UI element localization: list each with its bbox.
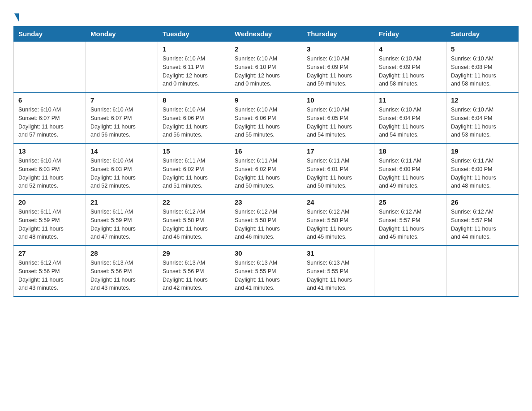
calendar-cell: 15Sunrise: 6:11 AMSunset: 6:02 PMDayligh… <box>158 143 230 194</box>
calendar-week-row: 6Sunrise: 6:10 AMSunset: 6:07 PMDaylight… <box>14 92 519 143</box>
day-info: Sunrise: 6:11 AMSunset: 5:59 PMDaylight:… <box>18 208 81 241</box>
calendar-cell <box>374 245 446 296</box>
calendar-cell: 29Sunrise: 6:13 AMSunset: 5:56 PMDayligh… <box>158 245 230 296</box>
day-number: 30 <box>235 249 297 257</box>
day-number: 14 <box>90 147 153 155</box>
header-sunday: Sunday <box>14 26 86 42</box>
day-info: Sunrise: 6:10 AMSunset: 6:04 PMDaylight:… <box>451 106 514 139</box>
day-info: Sunrise: 6:10 AMSunset: 6:06 PMDaylight:… <box>235 106 297 139</box>
day-info: Sunrise: 6:12 AMSunset: 5:58 PMDaylight:… <box>307 208 369 241</box>
calendar-table: Sunday Monday Tuesday Wednesday Thursday… <box>13 26 519 297</box>
calendar-cell: 22Sunrise: 6:12 AMSunset: 5:58 PMDayligh… <box>158 194 230 245</box>
calendar-cell: 19Sunrise: 6:11 AMSunset: 6:00 PMDayligh… <box>446 143 519 194</box>
day-info: Sunrise: 6:10 AMSunset: 6:10 PMDaylight:… <box>235 55 297 88</box>
header-friday: Friday <box>374 26 446 42</box>
day-number: 15 <box>163 147 225 155</box>
day-number: 17 <box>307 147 369 155</box>
header-wednesday: Wednesday <box>230 26 302 42</box>
day-info: Sunrise: 6:10 AMSunset: 6:09 PMDaylight:… <box>379 55 442 88</box>
page-header <box>13 9 519 21</box>
calendar-cell: 12Sunrise: 6:10 AMSunset: 6:04 PMDayligh… <box>446 92 519 143</box>
day-info: Sunrise: 6:12 AMSunset: 5:57 PMDaylight:… <box>451 208 514 241</box>
day-info: Sunrise: 6:10 AMSunset: 6:07 PMDaylight:… <box>90 106 153 139</box>
day-info: Sunrise: 6:11 AMSunset: 6:00 PMDaylight:… <box>379 157 442 190</box>
calendar-cell: 24Sunrise: 6:12 AMSunset: 5:58 PMDayligh… <box>302 194 374 245</box>
calendar-cell: 13Sunrise: 6:10 AMSunset: 6:03 PMDayligh… <box>14 143 86 194</box>
day-info: Sunrise: 6:13 AMSunset: 5:56 PMDaylight:… <box>90 259 153 292</box>
day-number: 7 <box>90 96 153 104</box>
logo-triangle-icon <box>14 13 19 21</box>
day-number: 23 <box>235 198 297 206</box>
calendar-cell: 3Sunrise: 6:10 AMSunset: 6:09 PMDaylight… <box>302 42 374 93</box>
day-info: Sunrise: 6:10 AMSunset: 6:09 PMDaylight:… <box>307 55 369 88</box>
calendar-week-row: 13Sunrise: 6:10 AMSunset: 6:03 PMDayligh… <box>14 143 519 194</box>
calendar-cell <box>14 42 86 93</box>
day-number: 6 <box>18 96 81 104</box>
day-info: Sunrise: 6:12 AMSunset: 5:57 PMDaylight:… <box>379 208 442 241</box>
calendar-cell: 16Sunrise: 6:11 AMSunset: 6:02 PMDayligh… <box>230 143 302 194</box>
day-info: Sunrise: 6:10 AMSunset: 6:05 PMDaylight:… <box>307 106 369 139</box>
day-number: 9 <box>235 96 297 104</box>
calendar-cell: 18Sunrise: 6:11 AMSunset: 6:00 PMDayligh… <box>374 143 446 194</box>
day-number: 25 <box>379 198 442 206</box>
calendar-cell: 21Sunrise: 6:11 AMSunset: 5:59 PMDayligh… <box>86 194 158 245</box>
day-number: 20 <box>18 198 81 206</box>
day-info: Sunrise: 6:11 AMSunset: 6:02 PMDaylight:… <box>163 157 225 190</box>
calendar-cell <box>446 245 519 296</box>
day-number: 18 <box>379 147 442 155</box>
calendar-header-row: Sunday Monday Tuesday Wednesday Thursday… <box>14 26 519 42</box>
day-number: 22 <box>163 198 225 206</box>
day-number: 21 <box>90 198 153 206</box>
day-info: Sunrise: 6:10 AMSunset: 6:07 PMDaylight:… <box>18 106 81 139</box>
day-info: Sunrise: 6:12 AMSunset: 5:58 PMDaylight:… <box>235 208 297 241</box>
header-saturday: Saturday <box>446 26 519 42</box>
day-info: Sunrise: 6:13 AMSunset: 5:55 PMDaylight:… <box>235 259 297 292</box>
calendar-cell: 9Sunrise: 6:10 AMSunset: 6:06 PMDaylight… <box>230 92 302 143</box>
calendar-cell: 6Sunrise: 6:10 AMSunset: 6:07 PMDaylight… <box>14 92 86 143</box>
day-info: Sunrise: 6:11 AMSunset: 6:01 PMDaylight:… <box>307 157 369 190</box>
day-number: 16 <box>235 147 297 155</box>
day-number: 31 <box>307 249 369 257</box>
day-info: Sunrise: 6:13 AMSunset: 5:55 PMDaylight:… <box>307 259 369 292</box>
calendar-cell: 25Sunrise: 6:12 AMSunset: 5:57 PMDayligh… <box>374 194 446 245</box>
day-number: 12 <box>451 96 514 104</box>
day-number: 10 <box>307 96 369 104</box>
calendar-cell <box>86 42 158 93</box>
calendar-cell: 8Sunrise: 6:10 AMSunset: 6:06 PMDaylight… <box>158 92 230 143</box>
calendar-cell: 28Sunrise: 6:13 AMSunset: 5:56 PMDayligh… <box>86 245 158 296</box>
calendar-cell: 2Sunrise: 6:10 AMSunset: 6:10 PMDaylight… <box>230 42 302 93</box>
calendar-cell: 17Sunrise: 6:11 AMSunset: 6:01 PMDayligh… <box>302 143 374 194</box>
day-info: Sunrise: 6:12 AMSunset: 5:58 PMDaylight:… <box>163 208 225 241</box>
calendar-week-row: 27Sunrise: 6:12 AMSunset: 5:56 PMDayligh… <box>14 245 519 296</box>
day-number: 2 <box>235 45 297 53</box>
calendar-week-row: 1Sunrise: 6:10 AMSunset: 6:11 PMDaylight… <box>14 42 519 93</box>
day-number: 27 <box>18 249 81 257</box>
calendar-cell: 20Sunrise: 6:11 AMSunset: 5:59 PMDayligh… <box>14 194 86 245</box>
header-monday: Monday <box>86 26 158 42</box>
day-number: 4 <box>379 45 442 53</box>
calendar-cell: 26Sunrise: 6:12 AMSunset: 5:57 PMDayligh… <box>446 194 519 245</box>
day-info: Sunrise: 6:12 AMSunset: 5:56 PMDaylight:… <box>18 259 81 292</box>
day-info: Sunrise: 6:11 AMSunset: 6:00 PMDaylight:… <box>451 157 514 190</box>
day-number: 28 <box>90 249 153 257</box>
day-number: 19 <box>451 147 514 155</box>
calendar-cell: 10Sunrise: 6:10 AMSunset: 6:05 PMDayligh… <box>302 92 374 143</box>
header-thursday: Thursday <box>302 26 374 42</box>
day-number: 8 <box>163 96 225 104</box>
day-number: 29 <box>163 249 225 257</box>
calendar-week-row: 20Sunrise: 6:11 AMSunset: 5:59 PMDayligh… <box>14 194 519 245</box>
calendar-cell: 23Sunrise: 6:12 AMSunset: 5:58 PMDayligh… <box>230 194 302 245</box>
calendar-cell: 11Sunrise: 6:10 AMSunset: 6:04 PMDayligh… <box>374 92 446 143</box>
day-number: 1 <box>163 45 225 53</box>
calendar-cell: 31Sunrise: 6:13 AMSunset: 5:55 PMDayligh… <box>302 245 374 296</box>
calendar-cell: 5Sunrise: 6:10 AMSunset: 6:08 PMDaylight… <box>446 42 519 93</box>
calendar-cell: 7Sunrise: 6:10 AMSunset: 6:07 PMDaylight… <box>86 92 158 143</box>
day-info: Sunrise: 6:10 AMSunset: 6:11 PMDaylight:… <box>163 55 225 88</box>
calendar-cell: 4Sunrise: 6:10 AMSunset: 6:09 PMDaylight… <box>374 42 446 93</box>
calendar-cell: 27Sunrise: 6:12 AMSunset: 5:56 PMDayligh… <box>14 245 86 296</box>
day-number: 13 <box>18 147 81 155</box>
calendar-cell: 1Sunrise: 6:10 AMSunset: 6:11 PMDaylight… <box>158 42 230 93</box>
logo <box>13 9 19 21</box>
day-info: Sunrise: 6:11 AMSunset: 6:02 PMDaylight:… <box>235 157 297 190</box>
day-number: 5 <box>451 45 514 53</box>
